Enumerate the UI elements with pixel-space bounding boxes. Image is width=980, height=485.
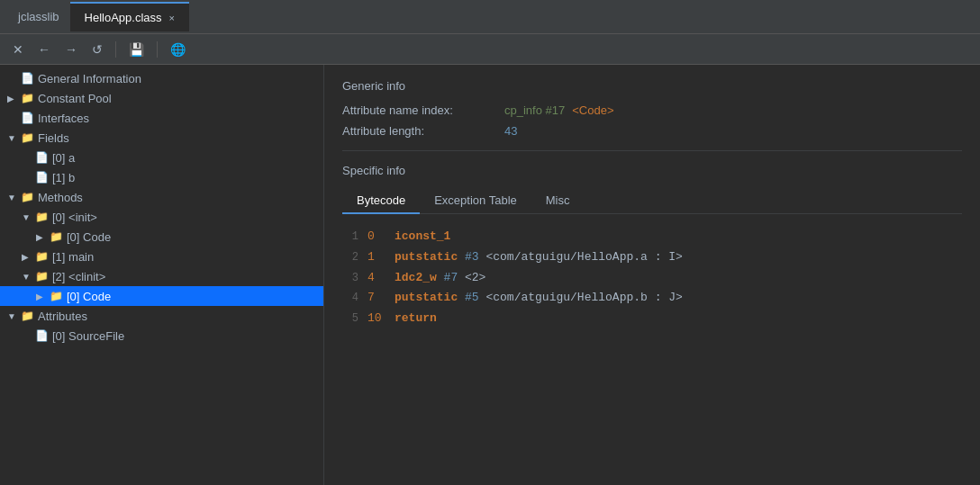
attribute-name-cp-ref[interactable]: cp_info #17 bbox=[504, 103, 565, 117]
folder-icon-methods-2-clinit: 📁 bbox=[34, 269, 49, 283]
sidebar-item-methods-2-clinit-code[interactable]: ▶ 📁 [0] Code bbox=[0, 286, 323, 306]
comment-4: <com/atguigu/HelloApp.b : J> bbox=[479, 289, 683, 308]
arrow-spacer-fields-0 bbox=[22, 153, 34, 163]
save-button[interactable]: 💾 bbox=[123, 39, 150, 60]
arrow-spacer bbox=[7, 74, 20, 84]
attribute-name-row: Attribute name index: cp_info #17 <Code> bbox=[342, 103, 962, 117]
byte-num-2: 1 bbox=[368, 248, 386, 267]
arrow-spacer-interfaces bbox=[7, 113, 20, 123]
arrow-methods-0-init-code: ▶ bbox=[36, 232, 49, 242]
code-line-5: 5 10 return bbox=[342, 309, 962, 329]
folder-icon-methods: 📁 bbox=[20, 190, 34, 204]
attribute-length-label: Attribute length: bbox=[342, 124, 504, 138]
folder-icon-methods-1-main: 📁 bbox=[34, 249, 49, 264]
arrow-methods-1-main: ▶ bbox=[22, 252, 34, 262]
file-icon-fields-0: 📄 bbox=[34, 150, 49, 165]
instruction-4: putstatic bbox=[395, 289, 465, 308]
sidebar-label-methods-0-init-code: [0] Code bbox=[67, 230, 111, 244]
toolbar-separator-2 bbox=[157, 41, 158, 58]
arrow-methods-2-clinit: ▼ bbox=[22, 272, 34, 282]
tab-close-icon[interactable]: × bbox=[169, 13, 175, 23]
sidebar-label-attributes: Attributes bbox=[38, 310, 87, 323]
sidebar-item-methods[interactable]: ▼ 📁 Methods bbox=[0, 187, 323, 207]
tab-misc[interactable]: Misc bbox=[531, 188, 585, 214]
folder-icon-attributes: 📁 bbox=[20, 309, 34, 323]
file-icon-fields-1: 📄 bbox=[34, 170, 49, 184]
sidebar-item-methods-0-init-code[interactable]: ▶ 📁 [0] Code bbox=[0, 227, 323, 247]
sidebar: 📄 General Information ▶ 📁 Constant Pool … bbox=[0, 65, 324, 485]
toolbar-separator bbox=[115, 41, 116, 58]
attribute-length-row: Attribute length: 43 bbox=[342, 124, 962, 138]
arrow-methods-2-clinit-code: ▶ bbox=[36, 292, 49, 301]
file-icon-interfaces: 📄 bbox=[20, 111, 34, 125]
sidebar-item-methods-1-main[interactable]: ▶ 📁 [1] main bbox=[0, 247, 323, 266]
sidebar-item-fields-1-b[interactable]: 📄 [1] b bbox=[0, 167, 323, 187]
sidebar-item-general-information[interactable]: 📄 General Information bbox=[0, 68, 323, 88]
sidebar-label-attributes-0-sourcefile: [0] SourceFile bbox=[52, 329, 124, 343]
refresh-button[interactable]: ↺ bbox=[86, 39, 108, 60]
close-button[interactable]: ✕ bbox=[7, 39, 29, 60]
comment-3: <2> bbox=[458, 269, 485, 288]
byte-num-3: 4 bbox=[368, 269, 386, 288]
sidebar-item-methods-0-init[interactable]: ▼ 📁 [0] <init> bbox=[0, 207, 323, 227]
sidebar-label-fields: Fields bbox=[38, 131, 69, 145]
web-button[interactable]: 🌐 bbox=[165, 39, 191, 60]
line-num-1: 1 bbox=[342, 229, 358, 246]
line-num-4: 4 bbox=[342, 290, 358, 307]
folder-icon-methods-2-clinit-code: 📁 bbox=[49, 289, 63, 303]
attribute-length-value: 43 bbox=[504, 124, 517, 138]
sidebar-label-methods-1-main: [1] main bbox=[52, 250, 94, 264]
forward-button[interactable]: → bbox=[59, 39, 83, 60]
arrow-attributes: ▼ bbox=[7, 311, 20, 321]
toolbar: ✕ ← → ↺ 💾 🌐 bbox=[0, 34, 980, 65]
app-title: jclasslib bbox=[7, 10, 70, 23]
sidebar-item-methods-2-clinit[interactable]: ▼ 📁 [2] <clinit> bbox=[0, 266, 323, 286]
generic-info-title: Generic info bbox=[342, 79, 962, 93]
ref-3[interactable]: #7 bbox=[444, 269, 458, 288]
instruction-1: iconst_1 bbox=[395, 228, 450, 247]
arrow-methods-0-init: ▼ bbox=[22, 212, 34, 222]
sidebar-item-fields[interactable]: ▼ 📁 Fields bbox=[0, 128, 323, 148]
folder-icon-constant-pool: 📁 bbox=[20, 91, 34, 105]
specific-info-title: Specific info bbox=[342, 164, 962, 177]
sidebar-label-methods-2-clinit: [2] <clinit> bbox=[52, 270, 105, 283]
arrow-spacer-attributes-0 bbox=[22, 331, 34, 341]
file-icon: 📄 bbox=[20, 71, 34, 85]
ref-2[interactable]: #3 bbox=[465, 248, 479, 267]
byte-num-1: 0 bbox=[368, 228, 386, 247]
sidebar-label-interfaces: Interfaces bbox=[38, 112, 89, 125]
sidebar-item-interfaces[interactable]: 📄 Interfaces bbox=[0, 108, 323, 128]
byte-num-5: 10 bbox=[368, 310, 386, 328]
sidebar-label-fields-1-b: [1] b bbox=[52, 171, 75, 184]
sidebar-label-methods-2-clinit-code: [0] Code bbox=[67, 290, 111, 303]
sidebar-item-attributes[interactable]: ▼ 📁 Attributes bbox=[0, 306, 323, 326]
ref-4[interactable]: #5 bbox=[465, 289, 479, 308]
active-tab[interactable]: HelloApp.class × bbox=[70, 2, 189, 31]
tab-label: HelloApp.class bbox=[85, 11, 162, 24]
attribute-name-tag: <Code> bbox=[572, 103, 613, 117]
section-divider bbox=[342, 150, 962, 151]
line-num-2: 2 bbox=[342, 249, 358, 266]
arrow-spacer-fields-1 bbox=[22, 173, 34, 183]
arrow-methods: ▼ bbox=[7, 193, 20, 202]
sidebar-item-attributes-0-sourcefile[interactable]: 📄 [0] SourceFile bbox=[0, 326, 323, 346]
code-line-2: 2 1 putstatic #3 <com/atguigu/HelloApp.a… bbox=[342, 247, 962, 268]
comment-2: <com/atguigu/HelloApp.a : I> bbox=[479, 248, 683, 267]
tabs-bar: Bytecode Exception Table Misc bbox=[342, 188, 962, 214]
sidebar-item-constant-pool[interactable]: ▶ 📁 Constant Pool bbox=[0, 88, 323, 108]
tab-bytecode[interactable]: Bytecode bbox=[342, 188, 420, 214]
sidebar-label-methods: Methods bbox=[38, 191, 83, 204]
folder-icon-fields: 📁 bbox=[20, 130, 34, 145]
bytecode-content: 1 0 iconst_1 2 1 putstatic #3 <com/atgui… bbox=[342, 227, 962, 329]
back-button[interactable]: ← bbox=[32, 39, 56, 60]
sidebar-label-constant-pool: Constant Pool bbox=[38, 92, 112, 105]
tab-exception-table[interactable]: Exception Table bbox=[420, 188, 531, 214]
sidebar-label-general-information: General Information bbox=[38, 72, 141, 85]
code-line-1: 1 0 iconst_1 bbox=[342, 227, 962, 247]
sidebar-label-methods-0-init: [0] <init> bbox=[52, 211, 97, 224]
instruction-5: return bbox=[395, 310, 437, 328]
sidebar-item-fields-0-a[interactable]: 📄 [0] a bbox=[0, 148, 323, 167]
line-num-5: 5 bbox=[342, 310, 358, 328]
instruction-3: ldc2_w bbox=[395, 269, 444, 288]
folder-icon-methods-0-init-code: 📁 bbox=[49, 229, 63, 244]
